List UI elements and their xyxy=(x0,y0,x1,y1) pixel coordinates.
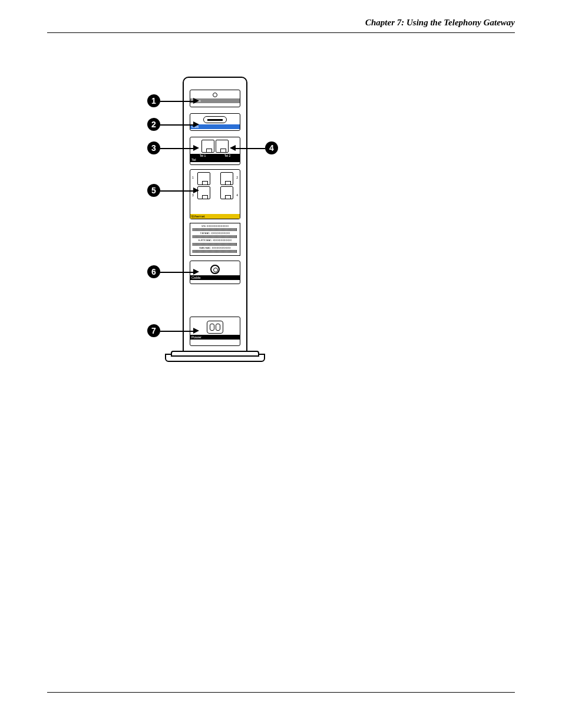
callout-6: 6 xyxy=(147,265,160,278)
leader-1 xyxy=(160,101,193,102)
eth-port-4 xyxy=(220,186,233,199)
arrow-5 xyxy=(193,187,199,193)
ethernet-label: Ethernet xyxy=(190,214,240,219)
callout-3: 3 xyxy=(147,141,160,154)
sticker-ertrmac: E-RTR MAC: XXXXXXXXXXXX xyxy=(191,239,239,242)
cable-label: Cable xyxy=(190,275,240,280)
page-content: Chapter 7: Using the Telephony Gateway 1… xyxy=(47,18,515,693)
device-base-upper xyxy=(171,351,259,357)
arrow-7 xyxy=(193,328,199,334)
device-rear-diagram: 1 2 3 4 5 6 7 Reset xyxy=(147,77,324,371)
tel2-label: Tel 2 xyxy=(224,154,231,157)
device-body: Reset USB Tel 1 Tel 2 Tel xyxy=(183,77,247,360)
eth-port-1 xyxy=(197,172,210,185)
power-prong-1 xyxy=(210,324,214,331)
arrow-3 xyxy=(193,145,199,151)
tel-panel: Tel 1 Tel 2 Tel xyxy=(190,137,240,165)
leader-3 xyxy=(160,148,193,149)
reset-button-hole xyxy=(213,93,217,97)
power-prong-2 xyxy=(216,324,220,331)
barcode-2 xyxy=(193,235,237,238)
leader-6 xyxy=(160,272,193,273)
callout-7: 7 xyxy=(147,324,160,337)
tel1-label: Tel 1 xyxy=(200,154,206,157)
power-socket xyxy=(207,321,223,334)
page-header: Chapter 7: Using the Telephony Gateway xyxy=(47,18,515,33)
ethernet-ports-grid xyxy=(190,170,240,202)
coax-connector xyxy=(210,265,220,274)
barcode-4 xyxy=(193,250,237,253)
callout-5: 5 xyxy=(147,184,160,197)
arrow-2 xyxy=(193,121,199,127)
sticker-cmmac: CM MAC: XXXXXXXXXXXX xyxy=(191,232,239,235)
page-footer-rule xyxy=(47,692,515,693)
sticker-sn: S/N: XXXXXXXXXXXXXX xyxy=(191,225,239,228)
callout-1: 1 xyxy=(147,94,160,107)
callout-2: 2 xyxy=(147,118,160,131)
tel2-port xyxy=(216,140,229,153)
barcode-1 xyxy=(193,228,237,231)
eth-num-2: 2 xyxy=(236,176,238,179)
callout-4: 4 xyxy=(265,141,278,154)
chapter-title: Chapter 7: Using the Telephony Gateway xyxy=(365,18,515,27)
tel1-port xyxy=(201,140,214,153)
arrow-4 xyxy=(230,145,236,151)
eth-num-4: 4 xyxy=(236,193,238,197)
eth-num-1: 1 xyxy=(192,176,194,179)
arrow-6 xyxy=(193,269,199,275)
power-label: Power xyxy=(190,335,240,340)
eth-num-3: 3 xyxy=(192,193,194,197)
info-sticker: S/N: XXXXXXXXXXXXXX CM MAC: XXXXXXXXXXXX… xyxy=(190,223,240,256)
leader-7 xyxy=(160,331,193,332)
sticker-wanmac: WAN MAC: XXXXXXXXXXXX xyxy=(191,246,239,249)
leader-5 xyxy=(160,190,193,192)
arrow-1 xyxy=(193,98,199,104)
barcode-3 xyxy=(193,243,237,246)
usb-port xyxy=(203,116,227,123)
ethernet-panel: 1 2 3 4 Ethernet xyxy=(190,169,240,219)
leader-2 xyxy=(160,124,193,126)
leader-4 xyxy=(236,148,265,149)
tel-section-label: Tel xyxy=(190,157,240,162)
eth-port-2 xyxy=(220,172,233,185)
